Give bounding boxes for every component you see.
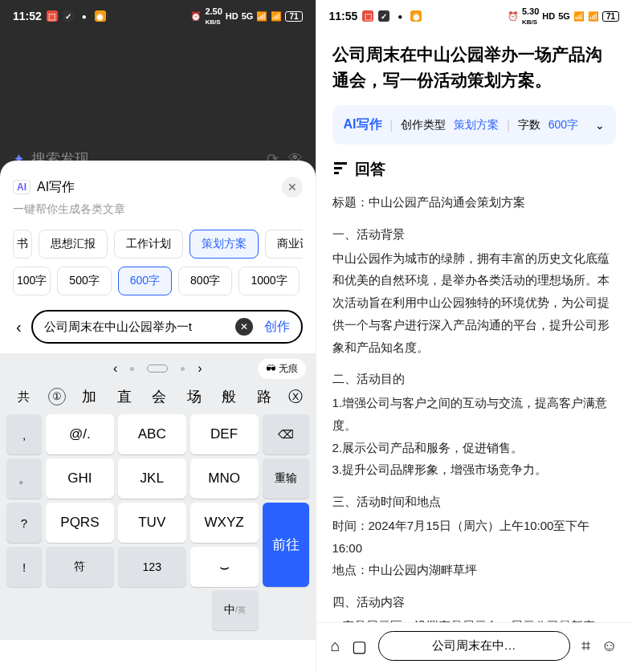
word-chip[interactable]: 100字 bbox=[13, 267, 51, 295]
candidate[interactable]: 般 bbox=[212, 387, 247, 406]
prompt-text: 公司周末在中山公园举办一t bbox=[44, 320, 230, 335]
kb-go-button[interactable]: 前往 bbox=[263, 503, 309, 587]
home-icon[interactable]: ⌂ bbox=[331, 637, 340, 655]
ai-card[interactable]: AI写作 | 创作类型 策划方案 | 字数 600字 ⌄ bbox=[332, 105, 617, 145]
kb-dot bbox=[181, 367, 185, 371]
app-icon-2: ✓ bbox=[378, 10, 389, 22]
ghost-icon[interactable]: ☺ bbox=[601, 637, 618, 655]
kb-key[interactable]: TUV bbox=[118, 503, 186, 543]
kb-key[interactable]: JKL bbox=[118, 458, 186, 499]
result-content: 公司周末在中山公园举办一场产品沟通会，写一份活动策划方案。 AI写作 | 创作类… bbox=[316, 32, 633, 672]
type-chip[interactable]: 思想汇报 bbox=[39, 230, 108, 259]
apps-icon[interactable]: ⌗ bbox=[581, 637, 590, 655]
tabs-icon[interactable]: ▢ bbox=[352, 637, 367, 656]
ai-badge: AI bbox=[13, 180, 31, 194]
kb-key[interactable]: MNO bbox=[190, 458, 259, 499]
svg-rect-1 bbox=[334, 167, 342, 169]
wifi-icon: 📶 bbox=[271, 11, 282, 22]
kb-side-question[interactable]: ? bbox=[6, 503, 42, 543]
nav-search-pill[interactable]: 公司周末在中… bbox=[378, 631, 570, 661]
query-title: 公司周末在中山公园举办一场产品沟通会，写一份活动策划方案。 bbox=[332, 42, 617, 92]
alarm-icon: ⏰ bbox=[190, 11, 202, 22]
kb-key[interactable]: ABC bbox=[118, 414, 186, 454]
app-icon-3: ● bbox=[394, 10, 406, 22]
candidate[interactable]: 路 bbox=[247, 387, 282, 406]
kb-backspace[interactable]: ⌫ bbox=[263, 414, 309, 454]
kb-side-exclaim[interactable]: ! bbox=[6, 547, 42, 587]
kb-right-icon[interactable]: › bbox=[198, 361, 202, 376]
mask-icon: 🕶 bbox=[266, 363, 275, 374]
candidate[interactable]: 会 bbox=[142, 387, 177, 406]
app-icon-4: ◉ bbox=[95, 10, 106, 22]
phone-left: 11:52 ⬚ ✓ ● ◉ ⏰ 2.50KB/S HD 5G 📶 📶 71 ✦ … bbox=[0, 0, 316, 672]
type-chip[interactable]: 书 bbox=[13, 230, 32, 259]
phone-right: 11:55 ⬚ ✓ ● ◉ ⏰ 5.30KB/S HD 5G 📶 📶 71 公司… bbox=[316, 0, 633, 672]
signal-label: 5G bbox=[242, 11, 254, 21]
type-chip[interactable]: 商业计划 bbox=[265, 230, 303, 259]
type-chip[interactable]: 工作计划 bbox=[114, 230, 183, 259]
signal-icon: 📶 bbox=[256, 11, 267, 22]
word-chip[interactable]: 1000字 bbox=[239, 267, 299, 295]
card-words-value: 600字 bbox=[548, 118, 578, 132]
kb-key[interactable]: DEF bbox=[190, 414, 259, 454]
prompt-input[interactable]: 公司周末在中山公园举办一t ✕ 创作 bbox=[31, 310, 303, 344]
chevron-down-icon[interactable]: ⌄ bbox=[595, 119, 605, 132]
kb-left-icon[interactable]: ‹ bbox=[113, 361, 117, 376]
battery: 71 bbox=[285, 11, 302, 22]
incognito-toggle[interactable]: 🕶 无痕 bbox=[258, 359, 306, 379]
kb-pill[interactable] bbox=[147, 365, 168, 373]
keyboard: ‹ › 🕶 无痕 共 ① 加 直 会 场 般 路 ⓧ , @/. bbox=[0, 353, 316, 640]
kb-numbers[interactable]: 123 bbox=[118, 547, 186, 587]
hd-icon: HD bbox=[542, 11, 555, 21]
type-chip-row: 书 思想汇报 工作计划 策划方案 商业计划 bbox=[13, 230, 303, 259]
input-bar: ‹ 公司周末在中山公园举办一t ✕ 创作 bbox=[13, 310, 303, 344]
bottom-nav: ⌂ ▢ 公司周末在中… ⌗ ☺ bbox=[316, 622, 633, 672]
candidate[interactable]: 加 bbox=[72, 387, 108, 406]
close-icon[interactable]: ✕ bbox=[282, 177, 303, 198]
signal-label: 5G bbox=[558, 11, 570, 21]
back-icon[interactable]: ‹ bbox=[13, 318, 25, 336]
ai-logo: AI写作 bbox=[344, 116, 382, 133]
kb-key[interactable]: PQRS bbox=[46, 503, 114, 543]
app-icon-4: ◉ bbox=[410, 10, 422, 22]
word-chip[interactable]: 600字 bbox=[118, 267, 172, 295]
candidate[interactable]: 直 bbox=[107, 387, 142, 406]
status-time: 11:52 bbox=[13, 10, 42, 22]
sheet-subtitle: 一键帮你生成各类文章 bbox=[13, 202, 303, 217]
create-button[interactable]: 创作 bbox=[258, 319, 296, 336]
kb-space[interactable]: ⌣ bbox=[190, 547, 259, 587]
candidate[interactable]: 场 bbox=[177, 387, 212, 406]
clear-icon[interactable]: ✕ bbox=[235, 318, 253, 336]
kb-side-period[interactable]: 。 bbox=[6, 458, 42, 499]
svg-rect-0 bbox=[334, 162, 347, 165]
ai-writing-sheet: AI AI写作 ✕ 一键帮你生成各类文章 书 思想汇报 工作计划 策划方案 商业… bbox=[0, 161, 316, 353]
kb-key[interactable]: WXYZ bbox=[190, 503, 259, 543]
app-icon-2: ✓ bbox=[63, 10, 74, 22]
app-icon-3: ● bbox=[79, 10, 90, 22]
candidate[interactable]: ① bbox=[48, 388, 66, 405]
word-chip-row: 100字 500字 600字 800字 1000字 bbox=[13, 267, 303, 295]
kb-side-comma[interactable]: , bbox=[6, 414, 42, 454]
candidate-delete[interactable]: ⓧ bbox=[282, 387, 309, 406]
signal-icon: 📶 bbox=[573, 11, 585, 22]
word-chip[interactable]: 500字 bbox=[57, 267, 111, 295]
status-time: 11:55 bbox=[329, 10, 358, 22]
kb-key[interactable]: @/. bbox=[46, 414, 114, 454]
kb-symbol[interactable]: 符 bbox=[46, 547, 114, 587]
status-bar: 11:55 ⬚ ✓ ● ◉ ⏰ 5.30KB/S HD 5G 📶 📶 71 bbox=[316, 0, 633, 32]
type-chip[interactable]: 策划方案 bbox=[190, 230, 259, 259]
card-words-label: 字数 bbox=[518, 118, 540, 132]
answer-heading: 回答 bbox=[332, 159, 617, 180]
wifi-icon: 📶 bbox=[588, 11, 599, 22]
kb-dot bbox=[130, 367, 134, 371]
kb-lang[interactable]: 中/英 bbox=[212, 590, 259, 630]
kb-reinput[interactable]: 重输 bbox=[263, 458, 309, 499]
candidate-row: 共 ① 加 直 会 场 般 路 ⓧ bbox=[3, 382, 312, 411]
word-chip[interactable]: 800字 bbox=[178, 267, 232, 295]
alarm-icon: ⏰ bbox=[508, 11, 519, 22]
candidate[interactable]: 共 bbox=[6, 389, 42, 405]
kb-key[interactable]: GHI bbox=[46, 458, 114, 499]
status-bar: 11:52 ⬚ ✓ ● ◉ ⏰ 2.50KB/S HD 5G 📶 📶 71 bbox=[0, 0, 316, 32]
svg-rect-2 bbox=[334, 172, 339, 174]
battery: 71 bbox=[602, 11, 619, 22]
